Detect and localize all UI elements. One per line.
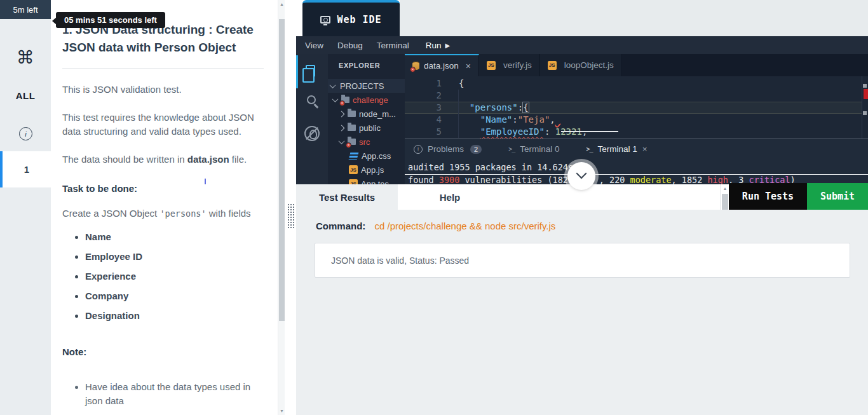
run-tests-button[interactable]: Run Tests <box>729 183 807 210</box>
terminal-tabs: Problems 2 >_ Terminal 0 >_ Terminal 1 × <box>414 144 648 154</box>
chevron-down-icon <box>332 96 339 102</box>
timer-text: 5m left <box>13 5 37 15</box>
scrollbar-thumb[interactable] <box>279 19 285 321</box>
p3-text: The data should be written in <box>62 154 187 165</box>
tree-app-test[interactable]: JS App.tes <box>328 177 405 184</box>
tree-label: src <box>359 137 370 147</box>
resize-handle[interactable] <box>287 203 294 229</box>
tree-app-css[interactable]: App.css <box>328 149 405 163</box>
text-cursor-artifact <box>205 179 206 184</box>
create-text: Create a JSON Object <box>62 208 159 219</box>
close-icon[interactable]: × <box>642 144 648 154</box>
create-instruction: Create a JSON Object 'persons' with fiel… <box>62 208 265 219</box>
tree-projects[interactable]: PROJECTS <box>328 79 405 93</box>
line-number: 2 <box>405 90 451 102</box>
problems-count-badge: 2 <box>470 145 482 154</box>
command-key-icon[interactable]: ⌘ <box>0 47 51 68</box>
sidebar-item-all[interactable]: ALL <box>0 90 51 101</box>
sidebar-question-1[interactable]: 1 <box>0 151 51 187</box>
task-scrollbar[interactable]: ▲ ▼ <box>278 0 285 415</box>
json-db-icon <box>412 62 419 70</box>
tree-src[interactable]: src <box>328 135 405 149</box>
terminal-output-line-1: audited 1955 packages in 14.624s <box>408 162 573 172</box>
test-output-box: JSON data is valid, Status: Passed <box>315 243 850 278</box>
tab-label: data.json <box>424 61 459 71</box>
tab-web-ide[interactable]: Web IDE <box>302 0 400 36</box>
code-line-3: 3 "persons":{ <box>405 102 862 114</box>
task-paragraph-3: The data should be written in data.json … <box>62 153 266 167</box>
tree-app-js[interactable]: JS App.js <box>328 163 405 177</box>
files-icon[interactable] <box>306 65 315 77</box>
error-badge <box>339 100 345 106</box>
field-item: Name <box>85 231 265 242</box>
code-line-5: 5 "EmployeeID": 12321, <box>405 126 862 138</box>
results-scrollbar[interactable]: ▲ <box>720 184 729 210</box>
note-heading: Note: <box>62 346 265 357</box>
chevron-right-icon <box>339 125 345 131</box>
tab-problems[interactable]: Problems <box>428 144 464 154</box>
menu-terminal[interactable]: Terminal <box>377 41 409 50</box>
tab-data-json[interactable]: data.json × <box>405 54 479 76</box>
task-paragraph-2: This test requires the knowledge about J… <box>62 111 266 139</box>
scroll-up-icon[interactable]: ▲ <box>721 186 729 191</box>
js-file-icon: JS <box>349 179 358 184</box>
app-root: 5m left ⌘ ALL i 1 05 mins 51 seconds lef… <box>0 0 868 415</box>
line-content: { <box>451 78 464 90</box>
tab-verify-js[interactable]: JS verify.js <box>479 54 540 76</box>
p3-filename: data.json <box>187 154 229 165</box>
timer-tooltip-text: 05 mins 51 seconds left <box>64 15 157 25</box>
line-content <box>451 90 459 102</box>
menu-view[interactable]: View <box>305 41 323 50</box>
line-content: "persons":{ <box>451 102 529 114</box>
error-badge <box>410 67 416 72</box>
folder-icon <box>341 97 349 103</box>
chevron-down-icon <box>330 82 336 88</box>
tab-label: verify.js <box>503 60 532 70</box>
tab-test-results[interactable]: Test Results <box>296 184 398 210</box>
info-icon[interactable]: i <box>19 127 32 140</box>
field-item: Experience <box>85 271 265 282</box>
field-item: Employee ID <box>85 251 265 262</box>
tab-terminal-1[interactable]: Terminal 1 <box>598 144 637 154</box>
scrollbar-thumb[interactable] <box>722 194 728 210</box>
menu-run[interactable]: Run▶ <box>426 41 450 50</box>
explorer-header: EXPLORER <box>339 62 380 69</box>
tree-public[interactable]: public <box>328 121 405 135</box>
js-file-icon: JS <box>349 165 358 174</box>
timer-badge: 5m left <box>0 0 51 19</box>
js-file-icon: JS <box>487 61 496 70</box>
submit-button[interactable]: Submit <box>807 183 868 210</box>
tree-label: App.tes <box>361 179 389 185</box>
chevron-right-icon <box>339 111 345 117</box>
notes-list: Have idea about the data types used in j… <box>85 380 265 408</box>
note-item: Have idea about the data types used in j… <box>85 380 269 408</box>
line-number: 4 <box>405 114 451 126</box>
line-content: "Name":"Teja", <box>451 114 560 126</box>
overview-ruler[interactable] <box>862 76 868 139</box>
tab-terminal-0[interactable]: Terminal 0 <box>520 144 559 154</box>
field-item: Company <box>85 290 265 301</box>
line-number: 1 <box>405 78 451 90</box>
tab-loopobject-js[interactable]: JS loopObject.js <box>540 54 622 76</box>
task-panel: 1. JSON Data structuring : Create JSON d… <box>51 0 278 415</box>
tree-label: public <box>359 123 381 133</box>
tree-label: App.js <box>361 165 384 175</box>
tree-challenge[interactable]: challenge <box>328 93 405 107</box>
fields-list: Name Employee ID Experience Company Desi… <box>85 231 265 321</box>
search-icon[interactable] <box>307 95 316 104</box>
test-output-text: JSON data is valid, Status: Passed <box>331 255 469 266</box>
menu-debug[interactable]: Debug <box>337 41 363 50</box>
tab-label: loopObject.js <box>564 60 614 70</box>
tab-help[interactable]: Help <box>398 184 502 210</box>
problems-icon <box>414 145 423 154</box>
tree-label: App.css <box>362 151 391 161</box>
active-view-indicator <box>296 55 298 88</box>
task-paragraph-1: This is JSON validation test. <box>62 83 266 97</box>
timer-tooltip: 05 mins 51 seconds left <box>56 12 165 28</box>
line-number: 5 <box>405 126 451 138</box>
scroll-down-button[interactable] <box>567 162 595 190</box>
close-icon[interactable]: × <box>466 61 471 71</box>
code-editor[interactable]: 1{ 2 3 "persons":{ 4 "Name":"Teja", 5 "E… <box>405 76 868 139</box>
tree-node-modules[interactable]: node_m... <box>328 107 405 121</box>
debug-disabled-icon[interactable] <box>304 126 320 141</box>
